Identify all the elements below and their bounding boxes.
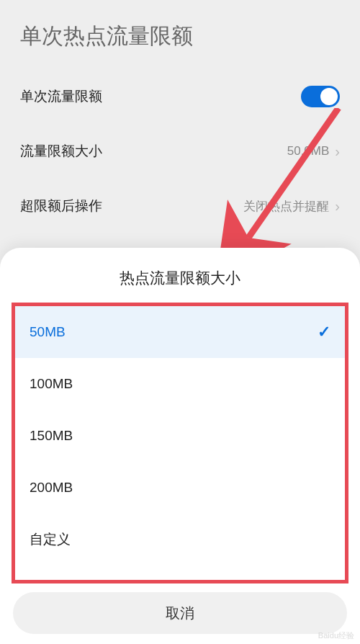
- setting-label: 单次流量限额: [20, 87, 102, 106]
- cancel-label: 取消: [166, 604, 194, 623]
- option-100mb[interactable]: 100MB: [15, 358, 345, 410]
- setting-value: 关闭热点并提醒: [243, 198, 329, 215]
- option-custom[interactable]: 自定义: [15, 514, 345, 565]
- option-label: 100MB: [30, 376, 73, 392]
- chevron-right-icon: ›: [335, 198, 340, 215]
- option-label: 200MB: [30, 480, 73, 496]
- option-150mb[interactable]: 150MB: [15, 410, 345, 462]
- setting-label: 超限额后操作: [20, 197, 102, 215]
- check-icon: ✓: [318, 323, 330, 341]
- cancel-button[interactable]: 取消: [13, 592, 347, 634]
- option-label: 150MB: [30, 428, 73, 444]
- watermark: Baidu经验: [318, 630, 354, 641]
- sheet-title: 热点流量限额大小: [0, 248, 360, 303]
- setting-label: 流量限额大小: [20, 142, 102, 161]
- setting-limit-size[interactable]: 流量限额大小 50.0MB ›: [20, 124, 340, 179]
- toggle-switch[interactable]: [301, 86, 340, 107]
- option-50mb[interactable]: 50MB ✓: [15, 306, 345, 358]
- setting-value: 50.0MB: [287, 144, 330, 158]
- toggle-knob: [320, 88, 338, 105]
- setting-over-limit[interactable]: 超限额后操作 关闭热点并提醒 ›: [20, 179, 340, 233]
- setting-value-wrap: 50.0MB ›: [287, 143, 340, 160]
- settings-list: 单次流量限额 流量限额大小 50.0MB › 超限额后操作 关闭热点并提醒 ›: [0, 69, 360, 233]
- option-label: 50MB: [30, 324, 66, 340]
- option-200mb[interactable]: 200MB: [15, 462, 345, 514]
- annotation-highlight-box: 50MB ✓ 100MB 150MB 200MB 自定义: [12, 303, 348, 583]
- setting-value-wrap: 关闭热点并提醒 ›: [243, 198, 340, 215]
- bottom-sheet: 热点流量限额大小 50MB ✓ 100MB 150MB 200MB 自定义 取消: [0, 248, 360, 644]
- page-title: 单次热点流量限额: [0, 0, 360, 69]
- option-label: 自定义: [30, 530, 71, 549]
- setting-limit-toggle[interactable]: 单次流量限额: [20, 69, 340, 124]
- chevron-right-icon: ›: [335, 143, 340, 160]
